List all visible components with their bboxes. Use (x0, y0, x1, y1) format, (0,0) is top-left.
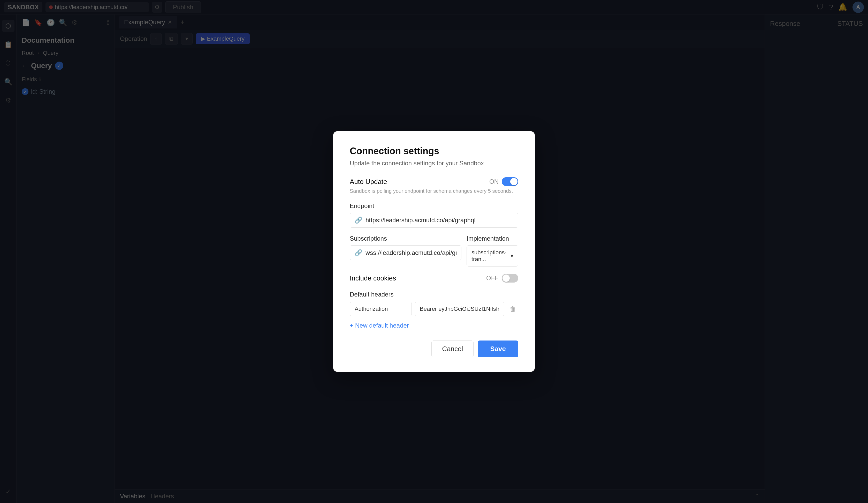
add-header-button[interactable]: + New default header (350, 321, 409, 330)
subscriptions-label: Subscriptions (350, 235, 462, 242)
subscriptions-col: Subscriptions 🔗 (350, 235, 462, 266)
endpoint-input[interactable] (365, 217, 513, 224)
cookies-label: Include cookies (350, 274, 396, 282)
toggle-knob (510, 178, 517, 185)
connection-settings-modal: Connection settings Update the connectio… (333, 131, 535, 372)
cookies-toggle-knob (503, 274, 510, 282)
save-button[interactable]: Save (478, 341, 518, 357)
modal-title: Connection settings (350, 146, 518, 157)
implementation-col: Implementation subscriptions-tran... ▾ (467, 235, 518, 266)
endpoint-label: Endpoint (350, 202, 518, 210)
modal-overlay: Connection settings Update the connectio… (0, 0, 868, 503)
implementation-label: Implementation (467, 235, 518, 242)
auto-update-hint: Sandbox is polling your endpoint for sch… (350, 188, 518, 194)
auto-update-toggle[interactable] (502, 177, 518, 186)
header-value-input[interactable] (415, 302, 504, 316)
implementation-select[interactable]: subscriptions-tran... ▾ (467, 245, 518, 266)
endpoint-input-wrapper: 🔗 (350, 213, 518, 228)
implementation-value: subscriptions-tran... (472, 249, 510, 263)
auto-update-toggle-row: ON (489, 177, 518, 186)
default-headers-label: Default headers (350, 291, 518, 298)
endpoint-link-icon: 🔗 (355, 217, 362, 224)
cookies-row: Include cookies OFF (350, 274, 518, 283)
subscriptions-row: Subscriptions 🔗 Implementation subscript… (350, 235, 518, 266)
cancel-button[interactable]: Cancel (431, 341, 474, 357)
delete-header-button[interactable]: 🗑 (507, 303, 518, 315)
subscriptions-input[interactable] (365, 249, 456, 256)
modal-subtitle: Update the connection settings for your … (350, 160, 518, 167)
auto-update-row: Auto Update ON (350, 177, 518, 186)
cookies-state-text: OFF (486, 274, 499, 282)
header-key-input[interactable] (350, 302, 412, 316)
chevron-down-icon: ▾ (510, 253, 513, 259)
modal-footer: Cancel Save (350, 341, 518, 357)
cookies-toggle[interactable] (502, 274, 518, 283)
header-row: 🗑 (350, 302, 518, 316)
subscriptions-input-wrapper: 🔗 (350, 245, 462, 260)
auto-update-label: Auto Update (350, 178, 387, 186)
auto-update-state-text: ON (489, 178, 499, 185)
cookies-toggle-row: OFF (486, 274, 518, 283)
subscriptions-link-icon: 🔗 (355, 249, 362, 256)
